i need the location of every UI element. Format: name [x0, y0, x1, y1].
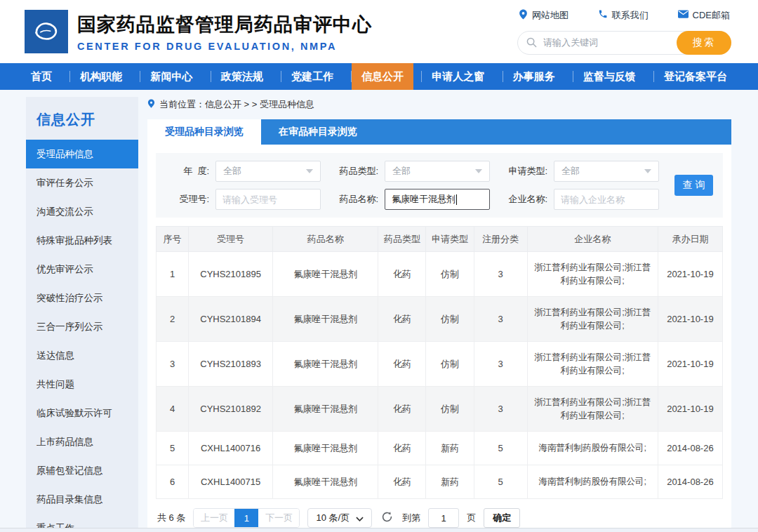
- drug-name-input[interactable]: 氟康唑干混悬剂: [385, 189, 490, 210]
- sidebar-item-delivery-info[interactable]: 送达信息: [26, 341, 138, 370]
- sidebar-item-common-issues[interactable]: 共性问题: [26, 370, 138, 399]
- content-panel: 年 度: 全部 药品类型: 全部: [147, 145, 731, 528]
- cell-reg-class: 3: [474, 252, 527, 297]
- cell-drug-type: 化药: [378, 342, 426, 387]
- col-accept-no: 受理号: [189, 227, 273, 252]
- nav-item-info-disclosure[interactable]: 信息公开: [352, 63, 413, 90]
- cell-seq: 2: [157, 297, 189, 342]
- sidebar-item-review-tasks[interactable]: 审评任务公示: [26, 168, 138, 197]
- sidebar-item-accepted-varieties[interactable]: 受理品种信息: [26, 140, 138, 168]
- sidebar-item-clinical-trial-license[interactable]: 临床试验默示许可: [26, 399, 138, 427]
- table-row: 2 CYHS2101894 氟康唑干混悬剂 化药 仿制 3 浙江普利药业有限公司…: [157, 297, 723, 342]
- cell-seq: 6: [157, 465, 189, 499]
- sidebar-item-excipients-registration[interactable]: 原辅包登记信息: [26, 456, 138, 485]
- mail-label: CDE邮箱: [693, 9, 730, 22]
- sidebar-item-communication[interactable]: 沟通交流公示: [26, 197, 138, 226]
- field-year: 年 度: 全部: [166, 161, 321, 182]
- cell-drug-name: 氟康唑干混悬剂: [273, 432, 378, 465]
- cell-apply-type: 新药: [426, 432, 474, 465]
- cell-reg-class: 3: [474, 297, 527, 342]
- cell-company: 浙江普利药业有限公司;浙江普利药业有限公司;: [527, 387, 658, 432]
- main-nav: 首页 机构职能 新闻中心 政策法规 党建工作 信息公开 申请人之窗 办事服务 监…: [0, 63, 758, 90]
- breadcrumb-pin-icon: [147, 99, 155, 110]
- text-cursor: [456, 194, 457, 205]
- field-drug-type: 药品类型: 全部: [335, 161, 490, 182]
- nav-item-functions[interactable]: 机构职能: [70, 63, 132, 90]
- page-number-1[interactable]: 1: [234, 509, 258, 527]
- site-titles: 国家药品监督管理局药品审评中心 CENTER FOR DRUG EVALUATI…: [77, 12, 372, 52]
- year-select[interactable]: 全部: [215, 161, 321, 182]
- col-date: 承办日期: [658, 227, 722, 252]
- location-pin-icon: [519, 9, 528, 22]
- nav-item-home[interactable]: 首页: [21, 63, 62, 90]
- year-label: 年 度:: [166, 165, 209, 178]
- cell-drug-name: 氟康唑干混悬剂: [273, 387, 378, 432]
- sidebar-item-special-approval[interactable]: 特殊审批品种列表: [26, 226, 138, 255]
- query-button[interactable]: 查询: [674, 175, 713, 196]
- tab-under-review-catalog[interactable]: 在审品种目录浏览: [261, 119, 375, 145]
- sitemap-link[interactable]: 网站地图: [519, 9, 568, 22]
- accept-no-input[interactable]: [215, 189, 321, 210]
- company-input[interactable]: [554, 189, 659, 210]
- cell-drug-type: 化药: [378, 465, 426, 499]
- filter-grid: 年 度: 全部 药品类型: 全部: [166, 161, 659, 210]
- cell-drug-type: 化药: [378, 297, 426, 342]
- cell-apply-type: 新药: [426, 465, 474, 499]
- sidebar-item-drug-catalog[interactable]: 药品目录集信息: [26, 485, 138, 514]
- confirm-button[interactable]: 确定: [484, 508, 520, 528]
- refresh-button[interactable]: [380, 511, 394, 525]
- nav-item-registration-platform[interactable]: 登记备案平台: [654, 63, 737, 90]
- sidebar: 信息公开 受理品种信息 审评任务公示 沟通交流公示 特殊审批品种列表 优先审评公…: [26, 97, 138, 528]
- jump-page-input[interactable]: [428, 508, 459, 528]
- tab-accepted-catalog[interactable]: 受理品种目录浏览: [147, 119, 261, 145]
- main-area: 信息公开 受理品种信息 审评任务公示 沟通交流公示 特殊审批品种列表 优先审评公…: [0, 90, 758, 528]
- apply-type-select[interactable]: 全部: [554, 161, 659, 182]
- drug-name-input-value: 氟康唑干混悬剂: [392, 193, 456, 206]
- table-row: 1 CYHS2101895 氟康唑干混悬剂 化药 仿制 3 浙江普利药业有限公司…: [157, 252, 723, 297]
- search-button[interactable]: 搜索: [677, 31, 731, 55]
- bottom-strip: [0, 528, 758, 532]
- chevron-down-icon: [356, 513, 364, 524]
- company-label: 企业名称:: [504, 193, 547, 206]
- sidebar-item-key-work[interactable]: 重点工作: [26, 514, 138, 528]
- cell-date: 2021-10-19: [658, 387, 722, 432]
- sidebar-item-marketed-drugs[interactable]: 上市药品信息: [26, 427, 138, 456]
- page-size-select[interactable]: 10 条/页: [307, 508, 372, 528]
- cell-accept-no: CXHL1400715: [189, 465, 273, 499]
- cell-seq: 4: [157, 387, 189, 432]
- sidebar-item-breakthrough-therapy[interactable]: 突破性治疗公示: [26, 284, 138, 312]
- site-subtitle: CENTER FOR DRUG EVALUATION, NMPA: [77, 41, 372, 52]
- content-area: 当前位置：信息公开 > > 受理品种信息 受理品种目录浏览 在审品种目录浏览 年…: [147, 97, 731, 528]
- sidebar-item-priority-review[interactable]: 优先审评公示: [26, 255, 138, 284]
- nav-item-news[interactable]: 新闻中心: [140, 63, 202, 90]
- contact-link[interactable]: 联系我们: [598, 9, 649, 22]
- drug-type-select[interactable]: 全部: [385, 161, 490, 182]
- field-company: 企业名称:: [504, 189, 659, 210]
- field-accept-no: 受理号:: [166, 189, 321, 210]
- prev-page-button[interactable]: 上一页: [194, 509, 234, 527]
- sidebar-item-three-in-one[interactable]: 三合一序列公示: [26, 312, 138, 341]
- col-seq: 序号: [157, 227, 189, 252]
- cell-accept-no: CYHS2101894: [189, 297, 273, 342]
- table-row: 6 CXHL1400715 氟康唑干混悬剂 化药 新药 5 海南普利制药股份有限…: [157, 465, 723, 499]
- cell-apply-type: 仿制: [426, 387, 474, 432]
- table-row: 4 CYHS2101892 氟康唑干混悬剂 化药 仿制 3 浙江普利药业有限公司…: [157, 387, 723, 432]
- col-reg-class: 注册分类: [474, 227, 527, 252]
- cell-drug-type: 化药: [378, 252, 426, 297]
- site-header: 国家药品监督管理局药品审评中心 CENTER FOR DRUG EVALUATI…: [0, 0, 758, 63]
- cell-drug-name: 氟康唑干混悬剂: [273, 465, 378, 499]
- cell-seq: 1: [157, 252, 189, 297]
- next-page-button[interactable]: 下一页: [258, 509, 299, 527]
- nav-item-applicant[interactable]: 申请人之窗: [422, 63, 494, 90]
- cell-seq: 5: [157, 432, 189, 465]
- nav-item-supervision[interactable]: 监督与反馈: [573, 63, 646, 90]
- mail-link[interactable]: CDE邮箱: [678, 9, 730, 22]
- cell-date: 2021-10-19: [658, 252, 722, 297]
- cell-apply-type: 仿制: [426, 297, 474, 342]
- cell-seq: 3: [157, 342, 189, 387]
- nav-item-party[interactable]: 党建工作: [281, 63, 343, 90]
- cell-drug-type: 化药: [378, 432, 426, 465]
- nav-item-services[interactable]: 办事服务: [503, 63, 565, 90]
- nav-item-policy[interactable]: 政策法规: [211, 63, 273, 90]
- sidebar-title: 信息公开: [26, 97, 138, 140]
